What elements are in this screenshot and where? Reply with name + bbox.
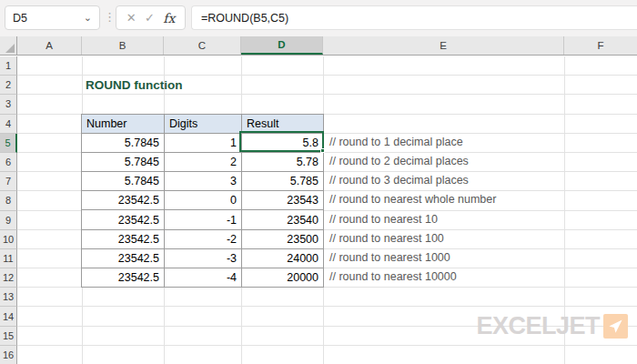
row-header-13[interactable]: 13 <box>0 288 17 307</box>
row-header-8[interactable]: 8 <box>0 191 17 210</box>
cell-b12[interactable]: 23542.5 <box>82 268 165 288</box>
cell-b5[interactable]: 5.7845 <box>82 134 165 153</box>
row-header-6[interactable]: 6 <box>0 153 17 172</box>
comment-row6: // round to 2 decimal places <box>329 152 496 171</box>
cell-c6[interactable]: 2 <box>165 153 242 172</box>
cancel-icon[interactable]: ✕ <box>126 11 136 25</box>
row-header-16[interactable]: 16 <box>0 346 17 364</box>
comment-row11: // round to nearest 1000 <box>329 248 496 268</box>
row-header-2[interactable]: 2 <box>0 76 17 95</box>
name-box[interactable]: D5 ⌄ <box>5 5 100 30</box>
row-header-5-selected[interactable]: 5 <box>0 134 17 153</box>
cell-b9[interactable]: 23542.5 <box>82 210 165 229</box>
row-header-12[interactable]: 12 <box>0 268 17 288</box>
column-header-a[interactable]: A <box>17 36 82 55</box>
cell-c10[interactable]: -2 <box>165 230 242 249</box>
row-headers: 1 2 3 4 5 6 7 8 9 10 11 12 13 14 15 16 <box>0 56 17 364</box>
row-header-7[interactable]: 7 <box>0 172 17 191</box>
exceljet-logo-text: EXCELJET <box>476 312 600 339</box>
formula-text: =ROUND(B5,C5) <box>201 12 288 25</box>
cell-b11[interactable]: 23542.5 <box>82 249 165 268</box>
active-cell-selection[interactable] <box>239 131 324 153</box>
comment-row10: // round to nearest 100 <box>329 229 496 248</box>
cell-d12[interactable]: 20000 <box>242 268 324 288</box>
exceljet-arrow-icon <box>603 314 628 339</box>
more-icon: ⋮ <box>104 7 113 27</box>
cell-c11[interactable]: -3 <box>165 249 242 268</box>
comment-row9: // round to nearest 10 <box>329 210 496 229</box>
comments-column: // round to 1 decimal place // round to … <box>329 133 496 288</box>
comment-row7: // round to 3 decimal places <box>329 171 496 190</box>
cell-d6[interactable]: 5.78 <box>242 153 324 172</box>
sheet-title: ROUND function <box>86 76 182 95</box>
cell-d7[interactable]: 5.785 <box>242 172 324 191</box>
cell-b6[interactable]: 5.7845 <box>82 153 165 172</box>
row-header-10[interactable]: 10 <box>0 230 17 249</box>
column-header-d-selected[interactable]: D <box>241 36 323 55</box>
row-header-11[interactable]: 11 <box>0 249 17 268</box>
table-header-digits[interactable]: Digits <box>165 115 242 134</box>
row-header-9[interactable]: 9 <box>0 211 17 230</box>
comment-row5: // round to 1 decimal place <box>329 133 496 152</box>
row-header-3[interactable]: 3 <box>0 95 17 114</box>
row-header-14[interactable]: 14 <box>0 307 17 326</box>
enter-icon[interactable]: ✓ <box>145 11 155 25</box>
cell-b8[interactable]: 23542.5 <box>82 191 165 210</box>
cell-d8[interactable]: 23543 <box>242 191 324 210</box>
select-all-triangle-icon <box>5 44 15 53</box>
column-header-e[interactable]: E <box>323 36 564 55</box>
row-header-1[interactable]: 1 <box>0 56 17 76</box>
name-box-value: D5 <box>13 12 27 25</box>
formula-controls: ✕ ✓ fx <box>116 5 186 30</box>
insert-function-icon[interactable]: fx <box>163 11 175 25</box>
fill-handle[interactable] <box>320 148 325 153</box>
select-all-button[interactable] <box>0 36 17 55</box>
cell-c5[interactable]: 1 <box>165 134 242 153</box>
column-header-f[interactable]: F <box>564 36 637 55</box>
table-header-number[interactable]: Number <box>82 115 165 134</box>
comment-row8: // round to nearest whole number <box>329 190 496 209</box>
chevron-down-icon[interactable]: ⌄ <box>84 13 92 23</box>
cell-c7[interactable]: 3 <box>165 172 242 191</box>
exceljet-logo: EXCELJET <box>476 313 628 339</box>
cell-d10[interactable]: 23500 <box>242 230 324 249</box>
row-header-15[interactable]: 15 <box>0 327 17 346</box>
cell-c12[interactable]: -4 <box>165 268 242 288</box>
column-headers: A B C D E F <box>0 36 637 56</box>
row-header-4[interactable]: 4 <box>0 115 17 134</box>
cell-c9[interactable]: -1 <box>165 210 242 229</box>
formula-bar-area: D5 ⌄ ⋮ ✕ ✓ fx =ROUND(B5,C5) <box>0 0 637 36</box>
column-header-b[interactable]: B <box>82 36 164 55</box>
excel-window: D5 ⌄ ⋮ ✕ ✓ fx =ROUND(B5,C5) A B C D E F … <box>0 0 637 364</box>
formula-input[interactable]: =ROUND(B5,C5) <box>191 5 637 30</box>
comment-row12: // round to nearest 10000 <box>329 268 496 287</box>
cell-d11[interactable]: 24000 <box>242 249 324 268</box>
cell-c8[interactable]: 0 <box>165 191 242 210</box>
cell-b7[interactable]: 5.7845 <box>82 172 165 191</box>
cell-d9[interactable]: 23540 <box>242 210 324 229</box>
cell-b10[interactable]: 23542.5 <box>82 230 165 249</box>
column-header-c[interactable]: C <box>164 36 241 55</box>
